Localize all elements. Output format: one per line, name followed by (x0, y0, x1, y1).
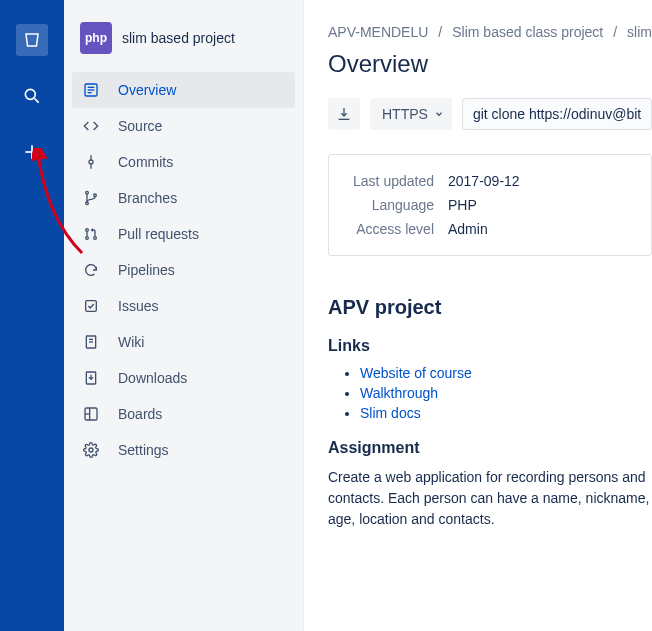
project-avatar: php (80, 22, 112, 54)
svg-rect-17 (86, 301, 97, 312)
svg-point-12 (86, 202, 89, 205)
links-list: Website of course Walkthrough Slim docs (328, 365, 652, 421)
sidebar-item-label: Pipelines (118, 262, 175, 278)
sidebar-item-issues[interactable]: Issues (72, 288, 295, 324)
sidebar-item-boards[interactable]: Boards (72, 396, 295, 432)
pull-requests-icon (82, 226, 100, 242)
downloads-icon (82, 370, 100, 386)
meta-value: PHP (448, 197, 477, 213)
sidebar-item-label: Settings (118, 442, 169, 458)
sidebar-item-overview[interactable]: Overview (72, 72, 295, 108)
repo-meta-box: Last updated 2017-09-12 Language PHP Acc… (328, 154, 652, 256)
sidebar-item-label: Pull requests (118, 226, 199, 242)
protocol-label: HTTPS (382, 106, 428, 122)
sidebar-item-label: Overview (118, 82, 176, 98)
protocol-dropdown[interactable]: HTTPS (370, 98, 452, 130)
settings-icon (82, 442, 100, 458)
plus-icon[interactable] (16, 136, 48, 168)
overview-icon (82, 82, 100, 98)
svg-point-0 (25, 89, 35, 99)
issues-icon (82, 298, 100, 314)
sidebar-item-label: Branches (118, 190, 177, 206)
assignment-heading: Assignment (328, 439, 652, 457)
sidebar-item-commits[interactable]: Commits (72, 144, 295, 180)
project-title: slim based project (122, 30, 235, 46)
svg-point-14 (86, 229, 89, 232)
meta-label: Access level (349, 221, 434, 237)
svg-point-16 (94, 237, 97, 240)
sidebar-item-branches[interactable]: Branches (72, 180, 295, 216)
breadcrumb-item[interactable]: Slim based class project (452, 24, 603, 40)
svg-line-1 (35, 99, 39, 103)
branches-icon (82, 190, 100, 206)
sidebar-item-label: Source (118, 118, 162, 134)
readme-title: APV project (328, 296, 652, 319)
commits-icon (82, 154, 100, 170)
sidebar-item-settings[interactable]: Settings (72, 432, 295, 468)
sidebar-item-downloads[interactable]: Downloads (72, 360, 295, 396)
breadcrumb-item[interactable]: APV-MENDELU (328, 24, 428, 40)
meta-label: Language (349, 197, 434, 213)
breadcrumb-item[interactable]: slim b (627, 24, 652, 40)
search-icon[interactable] (16, 80, 48, 112)
source-icon (82, 118, 100, 134)
meta-label: Last updated (349, 173, 434, 189)
sidebar-item-pipelines[interactable]: Pipelines (72, 252, 295, 288)
assignment-text: Create a web application for recording p… (328, 467, 652, 530)
sidebar-item-wiki[interactable]: Wiki (72, 324, 295, 360)
links-heading: Links (328, 337, 652, 355)
clone-url-input[interactable] (462, 98, 652, 130)
main-content: APV-MENDELU / Slim based class project /… (304, 0, 652, 631)
project-sidebar: php slim based project Overview Source C… (64, 0, 304, 631)
boards-icon (82, 406, 100, 422)
sidebar-item-label: Issues (118, 298, 158, 314)
svg-point-11 (86, 191, 89, 194)
bitbucket-logo-icon[interactable] (16, 24, 48, 56)
svg-point-13 (94, 194, 97, 197)
svg-point-15 (86, 237, 89, 240)
global-nav (0, 0, 64, 631)
readme-link[interactable]: Website of course (360, 365, 472, 381)
sidebar-item-label: Wiki (118, 334, 144, 350)
svg-point-26 (89, 448, 93, 452)
meta-value: 2017-09-12 (448, 173, 520, 189)
page-title: Overview (328, 50, 652, 78)
meta-value: Admin (448, 221, 488, 237)
download-button[interactable] (328, 98, 360, 130)
pipelines-icon (82, 262, 100, 278)
svg-point-8 (89, 160, 93, 164)
readme-link[interactable]: Slim docs (360, 405, 421, 421)
chevron-down-icon (434, 109, 444, 119)
readme-link[interactable]: Walkthrough (360, 385, 438, 401)
project-header[interactable]: php slim based project (72, 18, 295, 72)
wiki-icon (82, 334, 100, 350)
clone-row: HTTPS (328, 98, 652, 130)
sidebar-item-label: Commits (118, 154, 173, 170)
sidebar-item-pull-requests[interactable]: Pull requests (72, 216, 295, 252)
sidebar-item-label: Downloads (118, 370, 187, 386)
sidebar-item-source[interactable]: Source (72, 108, 295, 144)
sidebar-item-label: Boards (118, 406, 162, 422)
